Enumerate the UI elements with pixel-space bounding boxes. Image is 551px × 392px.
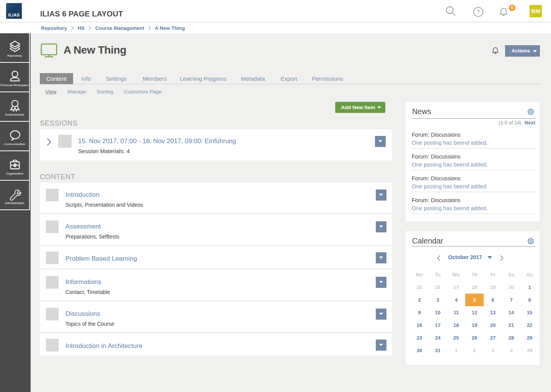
svg-text:?: ? [477, 9, 480, 15]
